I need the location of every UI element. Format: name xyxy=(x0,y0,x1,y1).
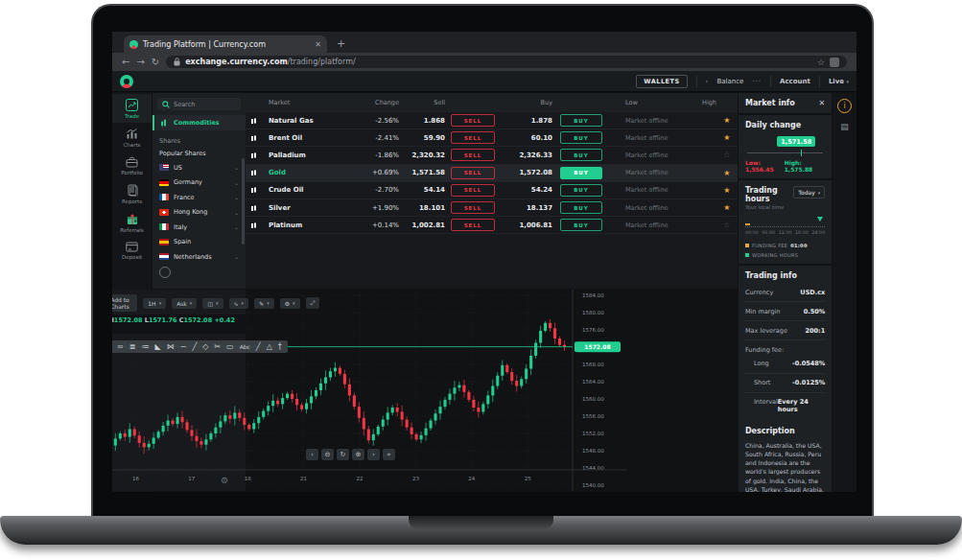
favorite-star-icon[interactable]: ☆ xyxy=(716,151,738,159)
browser-tab[interactable]: Trading Platform | Currency.com ✕ xyxy=(124,35,327,53)
sidebar-item-italy[interactable]: Italy⌄ xyxy=(153,220,246,235)
chevron-down-icon[interactable]: ⌄ xyxy=(234,209,239,216)
buy-button[interactable]: BUY xyxy=(560,184,602,197)
scroll-left-icon[interactable]: ‹ xyxy=(306,449,318,460)
currency-logo-icon[interactable] xyxy=(120,75,133,88)
refresh-icon[interactable]: ↻ xyxy=(152,58,159,67)
draw-tool-icon-16[interactable]: † xyxy=(278,342,282,351)
trading-hours-range-select[interactable]: Today▾ xyxy=(793,186,825,198)
chart-type-select[interactable]: ◫▾ xyxy=(202,298,223,309)
balance-more-icon[interactable]: ··· xyxy=(752,78,762,85)
chevron-down-icon[interactable]: ⌄ xyxy=(234,179,239,186)
balance-label[interactable]: Balance xyxy=(716,78,743,85)
interval-select[interactable]: 1H▾ xyxy=(143,298,166,309)
chevron-down-icon[interactable]: ⌄ xyxy=(234,253,239,260)
table-row-gold[interactable]: Gold+0.69%1,571.58SELL1,572.08BUYMarket … xyxy=(246,165,738,182)
table-row-platinum[interactable]: Platinum+0.14%1,002.81SELL1,006.81BUYMar… xyxy=(246,217,738,234)
sidebar-item-commodities[interactable]: Commodities xyxy=(153,115,246,130)
price-type-select[interactable]: Ask▾ xyxy=(172,298,197,309)
sidebar-item-hong-kong[interactable]: Hong Kong⌄ xyxy=(153,205,246,221)
fullscreen-button[interactable]: ⤢ xyxy=(306,297,320,309)
sell-button[interactable]: SELL xyxy=(451,219,495,231)
layers-icon[interactable]: ▤ xyxy=(840,122,849,131)
sidebar-item-germany[interactable]: Germany⌄ xyxy=(153,175,246,191)
draw-tool-icon-4[interactable]: ≣ xyxy=(129,342,136,351)
sidebar-item-france[interactable]: France⌄ xyxy=(153,190,246,205)
zoom-out-icon[interactable]: ⊖ xyxy=(321,449,334,460)
draw-tool-icon-9[interactable]: ╱ xyxy=(192,342,197,351)
chevron-down-icon[interactable]: ⌄ xyxy=(234,164,239,171)
account-menu[interactable]: Account xyxy=(780,78,810,85)
draw-tool-icon-11[interactable]: ✂ xyxy=(214,342,221,351)
scroll-right-icon[interactable]: › xyxy=(367,449,380,460)
chart-settings-select[interactable]: ⚙▾ xyxy=(280,298,300,309)
draw-tool-icon-15[interactable]: △ xyxy=(267,342,272,351)
buy-button[interactable]: BUY xyxy=(560,131,602,144)
draw-tool-icon-12[interactable]: ▭ xyxy=(226,342,234,351)
buy-button[interactable]: BUY xyxy=(560,167,602,179)
reset-view-icon[interactable]: ↻ xyxy=(337,449,349,460)
info-icon[interactable]: i xyxy=(837,99,852,113)
favorite-star-icon[interactable]: ★ xyxy=(716,169,738,177)
table-row-silver[interactable]: Silver+1.90%18.101SELL18.137BUYMarket of… xyxy=(246,199,738,217)
favorite-star-icon[interactable]: ★ xyxy=(716,133,738,142)
draw-tool-icon-7[interactable]: ⋈ xyxy=(167,342,175,351)
chevron-down-icon[interactable]: ⌄ xyxy=(234,194,239,200)
popular-shares-label[interactable]: Popular Shares xyxy=(153,147,246,160)
bookmark-star-icon[interactable]: ☆ xyxy=(817,58,825,67)
sell-button[interactable]: SELL xyxy=(451,149,495,161)
balance-collapse-icon[interactable]: ‹ xyxy=(706,78,709,85)
buy-button[interactable]: BUY xyxy=(560,114,602,127)
table-row-natural-gas[interactable]: Natural Gas-2.56%1.868SELL1.878BUYMarket… xyxy=(246,112,738,129)
draw-tool-icon-6[interactable]: ◣ xyxy=(155,342,161,351)
table-row-brent-oil[interactable]: Brent Oil-2.41%59.90SELL60.10BUYMarket o… xyxy=(246,129,738,147)
sidebar-item-us[interactable]: US⌄ xyxy=(153,160,246,175)
favorite-star-icon[interactable]: ★ xyxy=(716,186,738,195)
sidebar-item-referrals[interactable]: Referrals xyxy=(112,208,152,237)
tab-close-icon[interactable]: ✕ xyxy=(315,40,321,49)
new-tab-button[interactable]: + xyxy=(337,37,345,50)
sell-button[interactable]: SELL xyxy=(451,167,495,179)
extension-icon[interactable] xyxy=(830,58,839,67)
address-bar[interactable]: exchange.currency.com/trading/platform/ … xyxy=(166,56,847,68)
sidebar-item-trade[interactable]: Trade xyxy=(112,94,152,123)
table-row-palladium[interactable]: Palladium-1.86%2,320.32SELL2,326.33BUYMa… xyxy=(246,147,738,164)
favorite-star-icon[interactable]: ★ xyxy=(716,116,738,125)
draw-tool-icon-8[interactable]: − xyxy=(180,342,187,351)
buy-button[interactable]: BUY xyxy=(560,201,602,214)
go-to-end-icon[interactable]: » xyxy=(383,449,395,460)
draw-tool-icon-5[interactable]: ≔ xyxy=(142,342,150,351)
draw-tool-icon-3[interactable]: ≈ xyxy=(117,342,124,351)
favorite-star-icon[interactable]: ★ xyxy=(716,203,738,212)
forward-icon[interactable]: → xyxy=(136,58,144,67)
sell-button[interactable]: SELL xyxy=(451,131,495,144)
panel-scrollbar[interactable] xyxy=(242,158,245,245)
draw-select[interactable]: ✎▾ xyxy=(254,298,274,309)
live-mode-select[interactable]: Live ▾ xyxy=(829,78,849,85)
draw-tool-icon-13[interactable]: Abc xyxy=(240,343,250,350)
indicators-select[interactable]: ∿▾ xyxy=(229,298,249,309)
close-icon[interactable]: ✕ xyxy=(819,99,826,107)
draw-tool-icon-14[interactable]: ╱ xyxy=(256,342,261,351)
sell-button[interactable]: SELL xyxy=(451,201,495,214)
sell-button[interactable]: SELL xyxy=(451,184,495,197)
table-row-crude-oil[interactable]: Crude Oil-2.70%54.14SELL54.24BUYMarket o… xyxy=(246,182,738,199)
sidebar-item-charts[interactable]: Charts xyxy=(112,123,152,152)
buy-button[interactable]: BUY xyxy=(560,149,602,161)
back-icon[interactable]: ← xyxy=(122,58,129,67)
add-to-charts-button[interactable]: Add to Charts xyxy=(112,294,137,312)
buy-button[interactable]: BUY xyxy=(560,219,602,231)
search-input[interactable]: Search xyxy=(157,98,241,110)
draw-tool-icon-10[interactable]: ◇ xyxy=(202,342,208,351)
sidebar-item-netherlands[interactable]: Netherlands⌄ xyxy=(153,249,246,265)
sidebar-item-deposit[interactable]: Deposit xyxy=(112,237,152,264)
axis-settings-icon[interactable]: ⚙ xyxy=(221,476,228,485)
sidebar-item-portfolio[interactable]: Portfolio xyxy=(112,152,152,179)
sidebar-item-spain[interactable]: Spain xyxy=(153,235,246,250)
wallets-button[interactable]: WALLETS xyxy=(636,75,687,88)
favorite-star-icon[interactable]: ☆ xyxy=(716,221,738,229)
zoom-in-icon[interactable]: ⊕ xyxy=(352,449,364,460)
sell-button[interactable]: SELL xyxy=(451,114,495,127)
chevron-down-icon[interactable]: ⌄ xyxy=(234,223,239,230)
sidebar-item-reports[interactable]: Reports xyxy=(112,179,152,208)
